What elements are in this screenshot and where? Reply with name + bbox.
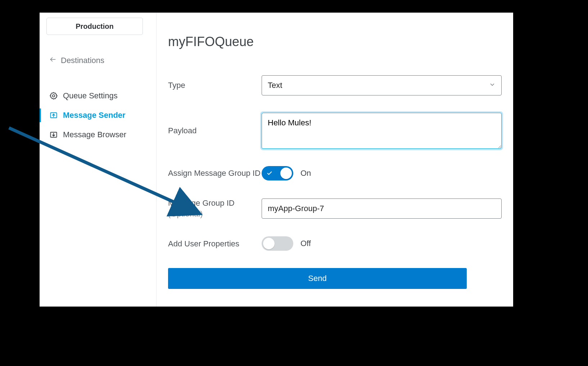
svg-point-1 xyxy=(53,95,55,97)
gear-icon xyxy=(49,92,58,100)
nav-item-label: Message Browser xyxy=(63,130,126,139)
chevron-down-icon xyxy=(489,81,496,90)
type-select[interactable]: Text xyxy=(262,75,502,95)
payload-textarea[interactable] xyxy=(262,113,502,149)
main-content: myFIFOQueue Type Text Payload xyxy=(157,13,513,307)
user-props-label: Add User Properties xyxy=(168,238,262,249)
type-select-value: Text xyxy=(268,81,282,90)
type-label: Type xyxy=(168,80,262,91)
arrow-left-icon xyxy=(49,56,56,65)
app-panel: Production Destinations Queue Settings xyxy=(40,13,513,307)
nav-message-sender[interactable]: Message Sender xyxy=(45,106,151,125)
check-icon xyxy=(267,170,272,178)
message-group-label: Message Group ID (Optional) xyxy=(168,198,262,219)
page-title: myFIFOQueue xyxy=(168,34,502,49)
send-button[interactable]: Send xyxy=(168,268,467,289)
toggle-knob xyxy=(263,238,275,249)
nav-item-label: Message Sender xyxy=(63,111,126,120)
user-props-toggle[interactable] xyxy=(262,236,293,251)
message-group-input[interactable] xyxy=(262,198,502,219)
payload-label: Payload xyxy=(168,125,262,136)
download-tray-icon xyxy=(49,130,58,139)
nav-queue-settings[interactable]: Queue Settings xyxy=(45,86,151,106)
assign-group-state: On xyxy=(300,169,311,178)
back-destinations-link[interactable]: Destinations xyxy=(45,54,151,67)
user-props-state: Off xyxy=(300,239,311,248)
toggle-knob xyxy=(280,168,292,179)
assign-group-toggle[interactable] xyxy=(262,166,293,180)
upload-tray-icon xyxy=(49,111,58,120)
assign-group-label: Assign Message Group ID xyxy=(168,168,262,179)
sidebar: Production Destinations Queue Settings xyxy=(40,13,157,307)
back-link-label: Destinations xyxy=(61,56,104,65)
nav-message-browser[interactable]: Message Browser xyxy=(45,125,151,144)
environment-select[interactable]: Production xyxy=(46,18,143,35)
nav-item-label: Queue Settings xyxy=(63,91,118,101)
